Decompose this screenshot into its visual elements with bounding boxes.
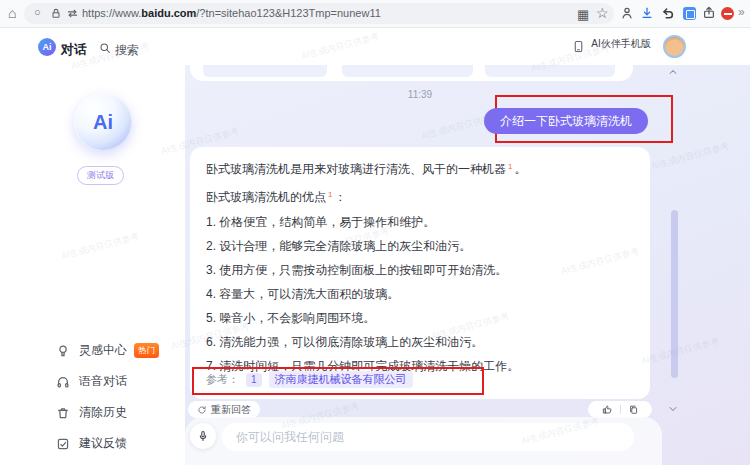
search-icon[interactable] <box>99 42 111 54</box>
answer-intro: 卧式玻璃清洗机是用来对玻璃进行清洗、风干的一种机器1。 <box>206 159 634 177</box>
sidebar-item-label: 清除历史 <box>79 404 127 421</box>
phone-icon[interactable] <box>572 39 585 54</box>
pill-divider <box>620 405 621 414</box>
download-icon[interactable] <box>640 6 654 20</box>
url-text[interactable]: https://www.baidu.com/?tn=sitehao123&H12… <box>82 7 381 19</box>
hot-badge: 热门 <box>134 343 159 358</box>
beta-version-badge: 测试版 <box>77 166 124 185</box>
annotation-box-reference <box>192 367 484 395</box>
answer-point: 6. 清洗能力强，可以彻底清除玻璃上的灰尘和油污。 <box>206 334 634 350</box>
regenerate-button[interactable]: 重新回答 <box>188 401 260 418</box>
qr-code-icon[interactable]: ▦ <box>577 7 589 22</box>
user-message-bubble[interactable]: 介绍一下卧式玻璃清洗机 <box>484 108 648 134</box>
ai-answer-card: 卧式玻璃清洗机是用来对玻璃进行清洗、风干的一种机器1。 卧式玻璃清洗机的优点1：… <box>190 147 650 399</box>
copy-icon[interactable] <box>628 404 639 415</box>
headphones-icon <box>56 375 70 389</box>
adblock-icon[interactable] <box>721 7 734 20</box>
address-bar[interactable]: ○ https://www.baidu.com/?tn=sitehao123&H… <box>24 3 614 24</box>
undo-icon[interactable] <box>661 6 675 20</box>
sidebar-item-label: 语音对话 <box>79 373 127 390</box>
citation-marker[interactable]: 1 <box>328 190 332 199</box>
lightbulb-icon <box>56 344 70 358</box>
user-avatar[interactable] <box>663 35 686 58</box>
baidu-ai-logo: Ai <box>38 38 56 56</box>
speed-mode-icon[interactable] <box>66 7 79 20</box>
toolbar-overflow-icon[interactable]: » <box>738 5 745 19</box>
answer-points-list: 1. 价格便宜，结构简单，易于操作和维护。 2. 设计合理，能够完全清除玻璃上的… <box>206 214 634 374</box>
microphone-icon <box>197 430 209 442</box>
account-sync-icon[interactable] <box>620 6 634 20</box>
feedback-icon <box>56 437 70 451</box>
chat-input[interactable] <box>222 423 634 451</box>
bookmark-star-icon[interactable]: ☆ <box>596 5 609 21</box>
scroll-down-icon[interactable] <box>667 403 679 415</box>
share-icon[interactable] <box>702 6 716 20</box>
scroll-up-icon[interactable] <box>667 66 679 78</box>
ai-sphere-logo: Ai <box>74 93 132 151</box>
suggestion-chip[interactable] <box>203 65 327 77</box>
app-window: ⌂ ○ https://www.baidu.com/?tn=sitehao123… <box>0 0 750 465</box>
sidebar: Ai 测试版 灵感中心 热门 语音对话 清除历史 建议反馈 <box>0 65 185 465</box>
home-icon[interactable]: ⌂ <box>8 5 16 21</box>
sidebar-item-voice-chat[interactable]: 语音对话 <box>0 366 185 397</box>
refresh-icon <box>197 405 207 415</box>
sidebar-item-label: 灵感中心 <box>79 342 127 359</box>
scrollbar-thumb[interactable] <box>671 210 678 378</box>
suggestion-card-clipped <box>190 65 633 81</box>
lock-icon[interactable] <box>50 7 62 20</box>
sidebar-item-feedback[interactable]: 建议反馈 <box>0 428 185 459</box>
citation-marker[interactable]: 1 <box>508 162 512 171</box>
answer-point: 5. 噪音小，不会影响周围环境。 <box>206 310 634 326</box>
answer-point: 3. 使用方便，只需按动控制面板上的按钮即可开始清洗。 <box>206 262 634 278</box>
site-info-icon[interactable]: ○ <box>34 6 41 18</box>
suggestion-chip[interactable] <box>342 65 473 77</box>
answer-point: 2. 设计合理，能够完全清除玻璃上的灰尘和油污。 <box>206 238 634 254</box>
tab-search[interactable]: 搜索 <box>115 42 139 59</box>
page-header: Ai 对话 搜索 AI伙伴手机版 <box>0 28 750 65</box>
sidebar-item-clear-history[interactable]: 清除历史 <box>0 397 185 428</box>
chat-input-panel <box>185 417 662 465</box>
sidebar-item-label: 建议反馈 <box>79 435 127 452</box>
answer-point: 4. 容量大，可以清洗大面积的玻璃。 <box>206 286 634 302</box>
answer-subtitle: 卧式玻璃清洗机的优点1： <box>206 187 634 205</box>
thumbs-up-icon[interactable] <box>602 404 613 415</box>
feedback-pill <box>588 401 652 418</box>
sidebar-menu: 灵感中心 热门 语音对话 清除历史 建议反馈 <box>0 335 185 459</box>
tab-chat[interactable]: 对话 <box>61 41 87 59</box>
regenerate-label: 重新回答 <box>211 403 251 417</box>
suggestion-chip[interactable] <box>485 65 615 77</box>
translate-extension-icon[interactable] <box>683 7 696 20</box>
chat-main-area: 11:39 介绍一下卧式玻璃清洗机 卧式玻璃清洗机是用来对玻璃进行清洗、风干的一… <box>185 65 750 465</box>
sidebar-item-inspiration-center[interactable]: 灵感中心 热门 <box>0 335 185 366</box>
trash-icon <box>56 406 70 420</box>
browser-toolbar: ⌂ ○ https://www.baidu.com/?tn=sitehao123… <box>0 0 750 28</box>
microphone-button[interactable] <box>190 423 216 449</box>
mobile-companion-link[interactable]: AI伙伴手机版 <box>588 38 654 49</box>
answer-point: 1. 价格便宜，结构简单，易于操作和维护。 <box>206 214 634 230</box>
